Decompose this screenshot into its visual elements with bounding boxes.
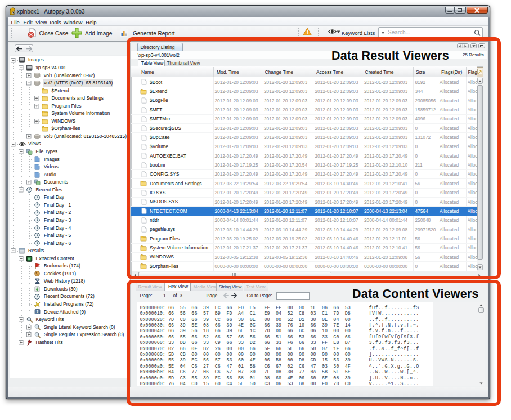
- svg-text:?: ?: [36, 310, 38, 314]
